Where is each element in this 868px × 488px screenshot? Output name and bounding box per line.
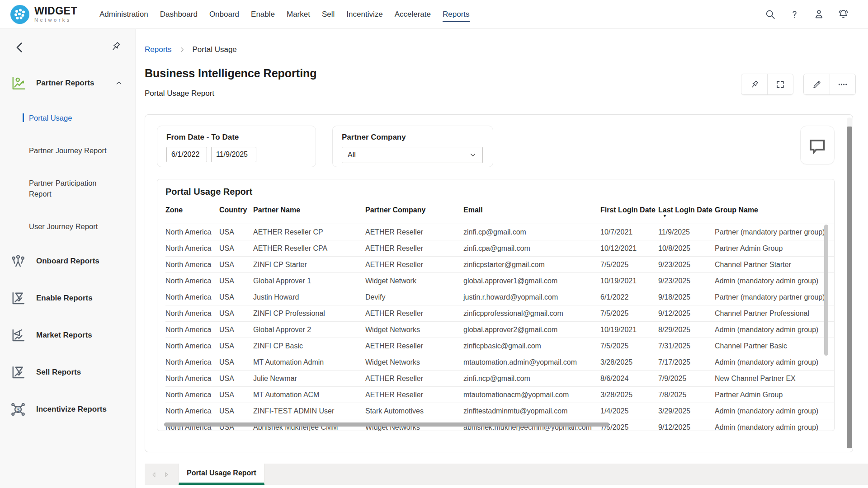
fullscreen-button[interactable] [767, 74, 793, 94]
sidebar-item-partner-participation-report[interactable]: Partner Participation Report [29, 178, 118, 200]
table-cell: global.approver2@gmail.com [463, 326, 600, 334]
nav-item-market[interactable]: Market [281, 8, 316, 21]
table-cell: USA [219, 391, 253, 399]
edit-report-button[interactable] [804, 74, 830, 94]
table-cell: 8/29/2025 [658, 326, 715, 334]
search-icon[interactable] [764, 9, 776, 20]
column-header-first-login-date[interactable]: First Login Date [600, 202, 658, 224]
sidebar-section-onboard-reports[interactable]: Onboard Reports [0, 253, 135, 269]
breadcrumb-reports-link[interactable]: Reports [145, 45, 172, 54]
column-header-email[interactable]: Email [463, 202, 600, 224]
table-cell: Devify [365, 293, 463, 301]
table-cell: Partner (mandatory partner group) [715, 228, 834, 236]
back-icon[interactable] [13, 41, 26, 54]
nav-item-administration[interactable]: Administration [94, 8, 154, 21]
table-row[interactable]: North AmericaUSAMT Automation AdminWidge… [165, 354, 834, 370]
table-cell: zinfi.ncp@gmail.com [463, 375, 600, 383]
table-cell: North America [165, 277, 219, 285]
market-reports-icon [10, 327, 26, 343]
sidebar-section-sell-reports[interactable]: Sell Reports [0, 364, 135, 380]
comments-button[interactable] [800, 126, 835, 164]
notifications-icon[interactable] [838, 9, 849, 20]
more-options-button[interactable] [830, 74, 855, 94]
table-cell: Admin (mandatory admin group) [715, 407, 834, 415]
column-header-zone[interactable]: Zone [165, 202, 219, 224]
pin-report-button[interactable] [741, 74, 767, 94]
table-row[interactable]: North AmericaUSAAETHER Reseller CPAAETHE… [165, 240, 834, 256]
date-filter-label: From Date - To Date [166, 133, 307, 142]
table-cell: 10/19/2021 [600, 326, 658, 334]
table-cell: AETHER Reseller [365, 391, 463, 399]
nav-item-accelerate[interactable]: Accelerate [389, 8, 437, 21]
table-cell: Widget Networks [365, 358, 463, 366]
table-cell: zinficpstarter@gmail.com [463, 261, 600, 269]
table-cell: 10/12/2021 [600, 244, 658, 253]
partner-company-value: All [348, 151, 356, 159]
column-header-last-login-date[interactable]: Last Login Date▼ [658, 202, 715, 224]
user-icon[interactable] [813, 9, 825, 20]
nav-item-incentivize[interactable]: Incentivize [340, 8, 388, 21]
table-cell: 9/23/2025 [658, 277, 715, 285]
more-icon [838, 80, 848, 89]
enable-reports-icon [10, 290, 26, 306]
sidebar: Partner ReportsPortal UsagePartner Journ… [0, 29, 136, 488]
table-cell: 7/9/2025 [658, 375, 715, 383]
column-header-partner-company[interactable]: Partner Company [365, 202, 463, 224]
table-row[interactable]: North AmericaUSAMT Automation ACMAETHER … [165, 386, 834, 403]
sidebar-section-enable-reports[interactable]: Enable Reports [0, 290, 135, 306]
table-cell: 3/29/2025 [658, 407, 715, 415]
table-cell: USA [219, 277, 253, 285]
nav-item-reports[interactable]: Reports [437, 8, 476, 21]
nav-item-dashboard[interactable]: Dashboard [154, 8, 203, 21]
breadcrumb: Reports Portal Usage [145, 45, 853, 54]
breadcrumb-current: Portal Usage [193, 45, 237, 54]
to-date-input[interactable] [211, 147, 256, 162]
table-cell: 11/9/2025 [658, 228, 715, 236]
table-cell: 3/28/2025 [600, 358, 658, 366]
table-cell: zinficpprofessional@gmail.com [463, 310, 600, 318]
from-date-input[interactable] [166, 147, 207, 162]
table-cell: North America [165, 293, 219, 301]
table-vertical-scrollbar[interactable] [824, 225, 828, 356]
table-row[interactable]: North AmericaUSAJustin HowardDevifyjusti… [165, 289, 834, 305]
table-row[interactable]: North AmericaUSAZINFI CP StarterAETHER R… [165, 256, 834, 272]
column-header-partner-name[interactable]: Partner Name [253, 202, 365, 224]
brand-logo[interactable]: WIDGET Networks [10, 5, 77, 24]
chevron-up-icon[interactable] [114, 79, 123, 88]
table-row[interactable]: North AmericaUSAZINFI-TEST ADMIN UserSta… [165, 403, 834, 419]
sidebar-item-user-journey-report[interactable]: User Journey Report [29, 221, 118, 232]
table-horizontal-scrollbar[interactable] [164, 422, 609, 427]
table-cell: ZINFI CP Basic [253, 342, 365, 350]
help-icon[interactable] [789, 9, 800, 20]
table-row[interactable]: North AmericaUSAGlobal Approver 2Widget … [165, 321, 834, 338]
sidebar-item-portal-usage[interactable]: Portal Usage [29, 113, 118, 124]
table-header-row: ZoneCountryPartner NamePartner CompanyEm… [165, 202, 834, 224]
table-cell: Global Approver 1 [253, 277, 365, 285]
column-header-country[interactable]: Country [219, 202, 253, 224]
report-tab-strip: Portal Usage Report [145, 464, 868, 485]
table-row[interactable]: North AmericaUSAJulie NewmarAETHER Resel… [165, 370, 834, 386]
sidebar-section-market-reports[interactable]: Market Reports [0, 327, 135, 343]
table-cell: Partner Admin Group [715, 244, 834, 253]
tab-portal-usage-report[interactable]: Portal Usage Report [179, 464, 264, 485]
table-row[interactable]: North AmericaUSAGlobal Approver 1Widget … [165, 272, 834, 289]
table-row[interactable]: North AmericaUSAZINFI CP BasicAETHER Res… [165, 338, 834, 354]
pin-sidebar-icon[interactable] [110, 41, 122, 52]
table-row[interactable]: North AmericaUSAAETHER Reseller CPAETHER… [165, 224, 834, 240]
table-row[interactable]: North AmericaUSAZINFI CP ProfessionalAET… [165, 305, 834, 321]
table-cell: mtautomationacm@yopmail.com [463, 391, 600, 399]
sidebar-section-partner-reports[interactable]: Partner Reports [0, 75, 135, 91]
column-header-group-name[interactable]: Group Name [715, 202, 834, 224]
tab-next-icon[interactable] [164, 471, 169, 477]
sidebar-section-incentivize-reports[interactable]: $Incentivize Reports [0, 401, 135, 418]
report-vertical-scrollbar[interactable] [847, 127, 852, 448]
nav-item-sell[interactable]: Sell [316, 8, 340, 21]
table-cell: AETHER Reseller [365, 310, 463, 318]
tab-prev-icon[interactable] [151, 471, 156, 477]
partner-company-select[interactable]: All [342, 147, 483, 163]
sort-descending-icon: ▼ [663, 215, 710, 217]
table-cell: New Channel Partner EX [715, 375, 834, 383]
sidebar-item-partner-journey-report[interactable]: Partner Journey Report [29, 145, 118, 156]
nav-item-onboard[interactable]: Onboard [203, 8, 245, 21]
nav-item-enable[interactable]: Enable [245, 8, 281, 21]
